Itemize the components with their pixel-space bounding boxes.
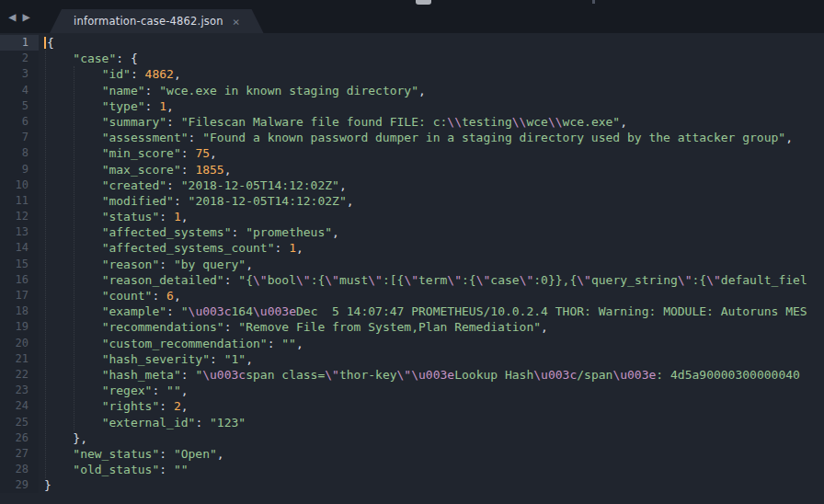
code-line[interactable]: 27 "new_status": "Open", (0, 446, 824, 462)
code-line[interactable]: 26 }, (0, 430, 824, 446)
code-line[interactable]: 24 "rights": 2, (0, 398, 824, 414)
line-number[interactable]: 28 (0, 462, 39, 477)
text-caret (44, 37, 46, 49)
code-line-text: "reason": "by query", (39, 257, 824, 272)
code-line-text: "hash_meta": "\u003cspan class=\"thor-ke… (39, 367, 824, 383)
code-line[interactable]: 14 "affected_systems_count": 1, (0, 240, 824, 256)
code-line[interactable]: 12 "status": 1, (0, 209, 824, 224)
code-line[interactable]: 2 "case": { (0, 51, 824, 66)
code-line-text: "old_status": "" (39, 462, 824, 477)
code-line-text: "reason_detailed": "{\"bool\":{\"must\":… (39, 272, 824, 288)
code-line-text: "custom_recommendation": "", (39, 336, 824, 351)
code-line-text: "affected_systems_count": 1, (39, 240, 824, 256)
code-line-text: "assessment": "Found a known password du… (39, 130, 824, 145)
line-number[interactable]: 18 (0, 304, 39, 319)
line-number[interactable]: 8 (0, 145, 39, 161)
code-line[interactable]: 11 "modified": "2018-12-05T14:12:02Z", (0, 193, 824, 209)
code-line-text: "hash_severity": "1", (39, 351, 824, 367)
code-editor[interactable]: 1{2 "case": {3 "id": 4862,4 "name": "wce… (0, 33, 824, 504)
code-line[interactable]: 13 "affected_systems": "prometheus", (0, 224, 824, 240)
code-line[interactable]: 1{ (0, 35, 824, 51)
line-number[interactable]: 27 (0, 446, 39, 462)
code-line[interactable]: 18 "example": "\u003c164\u003eDec 5 14:0… (0, 304, 824, 319)
code-line[interactable]: 28 "old_status": "" (0, 462, 824, 477)
line-number[interactable]: 4 (0, 83, 39, 98)
code-line[interactable]: 8 "min_score": 75, (0, 145, 824, 161)
code-line[interactable]: 23 "regex": "", (0, 383, 824, 398)
code-line-text: "status": 1, (39, 209, 824, 224)
line-number[interactable]: 2 (0, 51, 39, 66)
code-line[interactable]: 20 "custom_recommendation": "", (0, 336, 824, 351)
line-number[interactable]: 11 (0, 193, 39, 209)
tab-title: information-case-4862.json (74, 15, 223, 28)
code-line[interactable]: 4 "name": "wce.exe in known staging dire… (0, 83, 824, 98)
line-number[interactable]: 7 (0, 130, 39, 145)
code-line-text: { (39, 35, 824, 51)
code-line[interactable]: 7 "assessment": "Found a known password … (0, 130, 824, 145)
line-number[interactable]: 25 (0, 415, 39, 430)
line-number[interactable]: 16 (0, 272, 39, 288)
code-line[interactable]: 22 "hash_meta": "\u003cspan class=\"thor… (0, 367, 824, 383)
code-line[interactable]: 21 "hash_severity": "1", (0, 351, 824, 367)
code-line[interactable]: 5 "type": 1, (0, 98, 824, 114)
forward-arrow-icon[interactable]: ▶ (22, 8, 29, 25)
code-line-text: "type": 1, (39, 98, 824, 114)
line-number[interactable]: 3 (0, 66, 39, 82)
code-line-text: "example": "\u003c164\u003eDec 5 14:07:4… (39, 304, 824, 319)
code-line-text: "rights": 2, (39, 398, 824, 414)
line-number[interactable]: 17 (0, 288, 39, 304)
code-line-text: "created": "2018-12-05T14:12:02Z", (39, 178, 824, 193)
code-line[interactable]: 19 "recommendations": "Remove File from … (0, 319, 824, 335)
code-line-text: "name": "wce.exe in known staging direct… (39, 83, 824, 98)
cutoff-window-artifact (416, 0, 431, 5)
navigation-arrows: ◀ ▶ (8, 8, 30, 25)
line-number[interactable]: 20 (0, 336, 39, 351)
code-line[interactable]: 25 "external_id": "123" (0, 415, 824, 430)
editor-rows: 1{2 "case": {3 "id": 4862,4 "name": "wce… (0, 35, 824, 493)
code-line-text: "case": { (39, 51, 824, 66)
line-number[interactable]: 23 (0, 383, 39, 398)
code-line[interactable]: 15 "reason": "by query", (0, 257, 824, 272)
line-number[interactable]: 12 (0, 209, 39, 224)
code-line[interactable]: 3 "id": 4862, (0, 66, 824, 82)
code-line[interactable]: 9 "max_score": 1855, (0, 162, 824, 178)
code-line-text: "new_status": "Open", (39, 446, 824, 462)
code-line-text: "max_score": 1855, (39, 162, 824, 178)
code-line[interactable]: 16 "reason_detailed": "{\"bool\":{\"must… (0, 272, 824, 288)
code-line-text: "regex": "", (39, 383, 824, 398)
code-line-text: "recommendations": "Remove File from Sys… (39, 319, 824, 335)
line-number[interactable]: 21 (0, 351, 39, 367)
code-line-text: "summary": "Filescan Malware file found … (39, 114, 824, 130)
code-line-text: "external_id": "123" (39, 415, 824, 430)
code-line-text: "id": 4862, (39, 66, 824, 82)
line-number[interactable]: 14 (0, 240, 39, 256)
code-line-text: } (39, 477, 824, 493)
code-line-text: "modified": "2018-12-05T14:12:02Z", (39, 193, 824, 209)
cutoff-window-artifact-small (592, 0, 595, 4)
line-number[interactable]: 19 (0, 319, 39, 335)
code-line-text: "count": 6, (39, 288, 824, 304)
line-number[interactable]: 24 (0, 398, 39, 414)
line-number[interactable]: 15 (0, 257, 39, 272)
line-number[interactable]: 5 (0, 98, 39, 114)
tab-close-icon[interactable]: × (233, 16, 240, 28)
editor-window: ◀ ▶ information-case-4862.json × 1{2 "ca… (0, 0, 824, 504)
code-line[interactable]: 6 "summary": "Filescan Malware file foun… (0, 114, 824, 130)
code-line[interactable]: 10 "created": "2018-12-05T14:12:02Z", (0, 178, 824, 193)
back-arrow-icon[interactable]: ◀ (8, 8, 16, 25)
line-number[interactable]: 6 (0, 114, 39, 130)
line-number[interactable]: 29 (0, 477, 39, 493)
code-line-text: "affected_systems": "prometheus", (39, 224, 824, 240)
line-number[interactable]: 22 (0, 367, 39, 383)
tab-bar: ◀ ▶ information-case-4862.json × (0, 0, 824, 33)
line-number[interactable]: 9 (0, 162, 39, 178)
line-number[interactable]: 10 (0, 178, 39, 193)
code-line-text: }, (39, 430, 824, 446)
line-number[interactable]: 1 (0, 35, 39, 51)
tab-information-case-json[interactable]: information-case-4862.json × (50, 9, 264, 33)
code-line[interactable]: 17 "count": 6, (0, 288, 824, 304)
code-line-text: "min_score": 75, (39, 145, 824, 161)
line-number[interactable]: 26 (0, 430, 39, 446)
line-number[interactable]: 13 (0, 224, 39, 240)
code-line[interactable]: 29} (0, 477, 824, 493)
